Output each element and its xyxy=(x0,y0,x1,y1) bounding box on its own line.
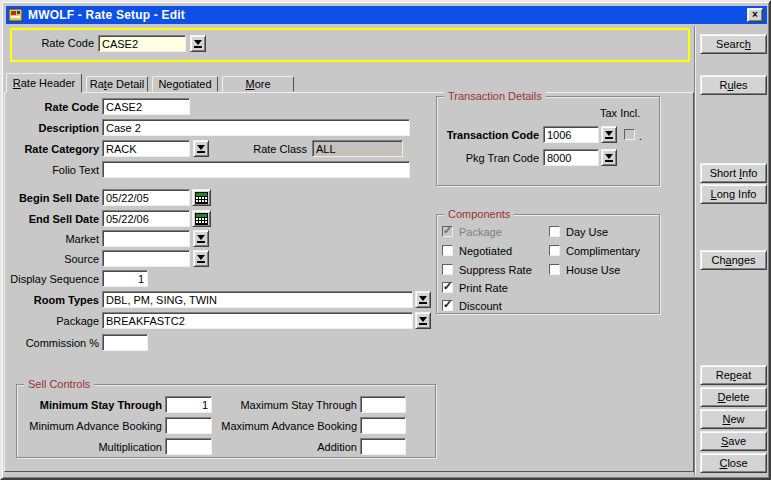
market-input[interactable] xyxy=(103,231,189,246)
room-types-input[interactable] xyxy=(103,292,412,307)
tab-rate-detail[interactable]: Rate Detail xyxy=(86,76,148,92)
tab-more[interactable]: More xyxy=(222,76,294,92)
begin-sell-date-calendar-button[interactable] xyxy=(192,189,211,206)
checkbox-package[interactable] xyxy=(442,226,453,237)
window-title: MWOLF - Rate Setup - Edit xyxy=(28,8,185,22)
max-stay-through-field xyxy=(360,396,406,413)
lov-bar-icon xyxy=(197,261,205,263)
checkbox-discount[interactable] xyxy=(442,300,453,311)
checkbox-negotiated-label: Negotiated xyxy=(459,245,512,257)
tab-rate-header[interactable]: Rate Header xyxy=(6,73,82,93)
commission-input[interactable] xyxy=(103,335,147,350)
source-lov-button[interactable] xyxy=(193,250,209,267)
multiplication-label: Multiplication xyxy=(22,441,162,455)
close-button[interactable]: Close xyxy=(700,453,767,473)
tab-negotiated[interactable]: Negotiated xyxy=(152,76,218,92)
description-field xyxy=(102,119,410,136)
tax-incl-checkbox[interactable] xyxy=(624,129,635,140)
description-input[interactable] xyxy=(103,120,409,135)
pkg-tran-code-lov-button[interactable] xyxy=(601,149,617,166)
transaction-code-input[interactable] xyxy=(544,127,598,142)
rate-category-label: Rate Category xyxy=(6,143,99,157)
end-sell-date-input[interactable] xyxy=(103,211,189,226)
room-types-label: Room Types xyxy=(6,294,99,308)
transaction-details-title: Transaction Details xyxy=(444,90,546,102)
tax-incl-dot: . xyxy=(639,130,642,142)
checkbox-complimentary[interactable] xyxy=(549,245,560,256)
source-field xyxy=(102,250,190,267)
pkg-tran-code-field xyxy=(543,149,599,166)
min-stay-through-field xyxy=(165,396,212,413)
checkbox-suppress-rate[interactable] xyxy=(442,264,453,275)
multiplication-field xyxy=(165,438,212,455)
package-field xyxy=(102,312,413,329)
source-input[interactable] xyxy=(103,251,189,266)
max-stay-through-input[interactable] xyxy=(361,397,405,412)
display-sequence-input[interactable] xyxy=(103,271,147,286)
checkbox-house-use[interactable] xyxy=(549,264,560,275)
display-sequence-label: Display Sequence xyxy=(6,273,99,287)
market-label: Market xyxy=(6,233,99,247)
max-advance-booking-label: Maximum Advance Booking xyxy=(212,420,357,434)
lov-bar-icon xyxy=(194,46,202,48)
lov-arrow-icon xyxy=(605,154,613,159)
market-field xyxy=(102,230,190,247)
components-title: Components xyxy=(444,208,514,220)
end-sell-date-calendar-button[interactable] xyxy=(192,210,211,227)
rate-category-input[interactable] xyxy=(103,141,189,156)
checkbox-print-rate-label: Print Rate xyxy=(459,282,508,294)
lov-arrow-icon xyxy=(197,235,205,240)
min-advance-booking-input[interactable] xyxy=(166,418,211,433)
max-advance-booking-input[interactable] xyxy=(361,418,405,433)
lov-arrow-icon xyxy=(605,131,613,136)
search-button[interactable]: Search xyxy=(700,34,767,54)
checkbox-negotiated[interactable] xyxy=(442,245,453,256)
new-button[interactable]: New xyxy=(700,409,767,429)
begin-sell-date-label: Begin Sell Date xyxy=(6,192,99,206)
pkg-tran-code-input[interactable] xyxy=(544,150,598,165)
vertical-separator xyxy=(694,26,696,476)
room-types-lov-button[interactable] xyxy=(415,291,431,308)
save-button[interactable]: Save xyxy=(700,431,767,451)
rate-class-value xyxy=(313,141,402,156)
package-lov-button[interactable] xyxy=(415,312,431,329)
transaction-code-lov-button[interactable] xyxy=(601,126,617,143)
multiplication-input[interactable] xyxy=(166,439,211,454)
commission-label: Commission % xyxy=(6,337,99,351)
calendar-icon xyxy=(195,213,208,225)
lov-arrow-icon xyxy=(194,40,202,45)
begin-sell-date-input[interactable] xyxy=(103,190,189,205)
description-label: Description xyxy=(6,122,99,136)
market-lov-button[interactable] xyxy=(193,230,209,247)
package-input[interactable] xyxy=(103,313,412,328)
checkbox-suppress-rate-label: Suppress Rate xyxy=(459,264,532,276)
header-rate-code-lov-button[interactable] xyxy=(190,35,206,52)
commission-field xyxy=(102,334,148,351)
package-label: Package xyxy=(6,315,99,329)
close-window-button[interactable]: × xyxy=(747,8,763,22)
lov-bar-icon xyxy=(605,137,613,139)
header-rate-code-field-wrap xyxy=(98,35,186,52)
checkbox-day-use[interactable] xyxy=(549,226,560,237)
display-sequence-field xyxy=(102,270,148,287)
lov-bar-icon xyxy=(419,302,427,304)
transaction-code-label: Transaction Code xyxy=(442,129,539,143)
rate-setup-window: MWOLF - Rate Setup - Edit × Rate Code Ra… xyxy=(0,0,771,480)
short-info-button[interactable]: Short Info xyxy=(700,163,767,183)
long-info-button[interactable]: Long Info xyxy=(700,184,767,204)
folio-text-input[interactable] xyxy=(103,162,409,177)
rules-button[interactable]: Rules xyxy=(700,75,767,95)
folio-text-label: Folio Text xyxy=(6,164,99,178)
checkbox-print-rate[interactable] xyxy=(442,282,453,293)
repeat-button[interactable]: Repeat xyxy=(700,365,767,385)
lov-bar-icon xyxy=(419,323,427,325)
min-stay-through-input[interactable] xyxy=(166,397,211,412)
addition-input[interactable] xyxy=(361,439,405,454)
title-bar: MWOLF - Rate Setup - Edit × xyxy=(6,6,767,24)
addition-field xyxy=(360,438,406,455)
rate-code-input[interactable] xyxy=(103,99,189,114)
rate-category-lov-button[interactable] xyxy=(193,140,209,157)
header-rate-code-input[interactable] xyxy=(99,36,185,51)
delete-button[interactable]: Delete xyxy=(700,387,767,407)
changes-button[interactable]: Changes xyxy=(700,250,767,270)
